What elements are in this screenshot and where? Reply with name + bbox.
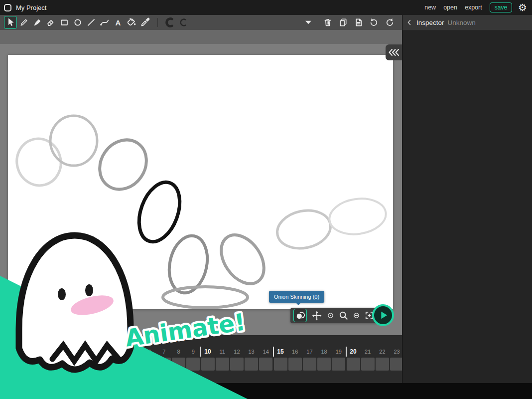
collapse-panel-button[interactable] xyxy=(386,44,402,60)
onion-skin-drawing xyxy=(8,55,393,309)
timeline-frame-cell[interactable] xyxy=(332,358,345,371)
timeline-frame-number: 14 xyxy=(259,346,273,357)
drawing-ellipse xyxy=(132,177,187,247)
eyedropper-icon xyxy=(139,16,151,28)
timeline-frame-cell[interactable] xyxy=(274,358,287,371)
curve-right-button[interactable] xyxy=(177,16,190,29)
canvas-toolbar xyxy=(290,308,378,323)
undo-button[interactable] xyxy=(369,17,380,28)
pan-button[interactable] xyxy=(310,309,323,322)
inspector-panel: Inspector Unknown xyxy=(402,15,532,399)
inspector-collapse-chevron-icon[interactable] xyxy=(405,18,413,26)
timeline-frame-cell[interactable] xyxy=(317,358,331,371)
zoom-in-button[interactable] xyxy=(338,310,349,321)
zoom-reset-button[interactable] xyxy=(326,311,335,320)
bottom-strip xyxy=(0,383,532,399)
onion-skinning-button[interactable] xyxy=(293,309,307,322)
duplicate-button[interactable] xyxy=(338,17,349,28)
eraser-icon xyxy=(45,16,57,28)
line-tool-button[interactable] xyxy=(85,16,98,29)
timeline-frame-number: 18 xyxy=(317,346,332,357)
fill-tool-button[interactable] xyxy=(125,16,138,29)
settings-gear-icon[interactable]: ⚙ xyxy=(518,0,527,15)
eraser-tool-button[interactable] xyxy=(44,16,57,29)
pencil-tool-button[interactable] xyxy=(17,16,30,29)
timeline-frame-cell[interactable] xyxy=(230,358,244,371)
timeline-frame-cell[interactable] xyxy=(361,358,375,371)
toolbar-separator xyxy=(157,18,158,27)
timeline-frame-number: 6 xyxy=(142,346,157,357)
timeline-frame-cell[interactable] xyxy=(85,358,98,371)
play-button[interactable] xyxy=(372,304,394,326)
eyedropper-tool-button[interactable] xyxy=(138,16,151,29)
timeline-frame-number: 4 xyxy=(113,346,128,357)
timeline-frame-number: 21 xyxy=(360,346,375,357)
redo-icon xyxy=(384,17,395,28)
drawing-ellipse xyxy=(11,134,66,191)
timeline-frame-cell[interactable] xyxy=(143,358,156,371)
paste-button[interactable] xyxy=(353,17,364,28)
timeline-frame-cell[interactable] xyxy=(303,358,316,371)
timeline-frame-number: 12 xyxy=(229,346,244,357)
play-icon xyxy=(374,306,392,324)
timeline-frame-number: 2 xyxy=(84,346,99,357)
rectangle-tool-button[interactable] xyxy=(58,16,71,29)
canvas-top-shade xyxy=(0,30,402,44)
magnifier-icon xyxy=(338,310,349,321)
drawing-ellipse xyxy=(273,206,334,253)
trash-icon xyxy=(322,17,333,28)
new-button[interactable]: new xyxy=(424,4,436,11)
thin-c-icon xyxy=(177,16,189,28)
delete-button[interactable] xyxy=(322,17,333,28)
export-button[interactable]: export xyxy=(465,4,482,11)
ellipse-tool-button[interactable] xyxy=(71,16,84,29)
timeline-frame-number: 3 xyxy=(99,346,114,357)
save-button[interactable]: save xyxy=(490,2,512,12)
timeline-frame-cell[interactable] xyxy=(390,358,402,371)
text-tool-icon: A xyxy=(116,18,121,27)
timeline-frame-number: 15 xyxy=(273,346,288,357)
redo-button[interactable] xyxy=(384,17,395,28)
select-tool-button[interactable] xyxy=(4,16,17,29)
timeline-frame-number: 1 xyxy=(69,346,84,357)
bezier-tool-button[interactable] xyxy=(98,16,111,29)
timeline-frame-number: 20 xyxy=(346,346,361,357)
timeline-ruler[interactable]: 1234567891011121314151617181920212223242… xyxy=(0,346,402,357)
drawing-ellipse xyxy=(163,287,248,308)
bold-c-icon xyxy=(164,16,176,28)
toolbar-separator xyxy=(196,18,196,27)
timeline-frame-number: 17 xyxy=(302,346,317,357)
timeline-frame-cell[interactable] xyxy=(186,358,200,371)
undo-icon xyxy=(369,17,380,28)
curve-icon xyxy=(99,16,111,28)
curve-left-button[interactable] xyxy=(163,16,176,29)
open-button[interactable]: open xyxy=(443,4,457,11)
timeline-frame-cell[interactable] xyxy=(129,358,142,371)
timeline-frame-cell[interactable] xyxy=(70,358,84,371)
timeline-frame-cell[interactable] xyxy=(114,358,127,371)
chevron-down-icon xyxy=(303,16,314,28)
timeline-frame-cell[interactable] xyxy=(157,358,171,371)
timeline-frame-cell[interactable] xyxy=(288,358,302,371)
timeline-frame-cell[interactable] xyxy=(99,358,113,371)
pen-tool-button[interactable] xyxy=(31,16,44,29)
zoom-out-button[interactable] xyxy=(352,311,361,320)
timeline-frame-number: 13 xyxy=(244,346,259,357)
timeline-frame-cell[interactable] xyxy=(201,358,215,371)
move-arrows-icon xyxy=(311,310,323,322)
timeline-frame-cell[interactable] xyxy=(347,358,360,371)
layer-dropdown-button[interactable] xyxy=(303,17,314,28)
timeline-frame-cell[interactable] xyxy=(245,358,258,371)
timeline-frame-cell[interactable] xyxy=(259,358,272,371)
line-icon xyxy=(85,16,97,28)
timeline-frame-cell[interactable] xyxy=(216,358,229,371)
title-bar: My Project new open export save ⚙ xyxy=(0,0,532,15)
drawing-canvas[interactable] xyxy=(8,55,393,309)
timeline-frame-cell[interactable] xyxy=(376,358,389,371)
project-title: My Project xyxy=(16,4,46,11)
timeline-frame-cell[interactable] xyxy=(172,358,185,371)
text-tool-button[interactable]: A xyxy=(112,16,125,29)
onion-skin-icon xyxy=(294,310,306,322)
timeline-cells xyxy=(0,358,402,371)
timeline-frame-number: 11 xyxy=(215,346,230,357)
